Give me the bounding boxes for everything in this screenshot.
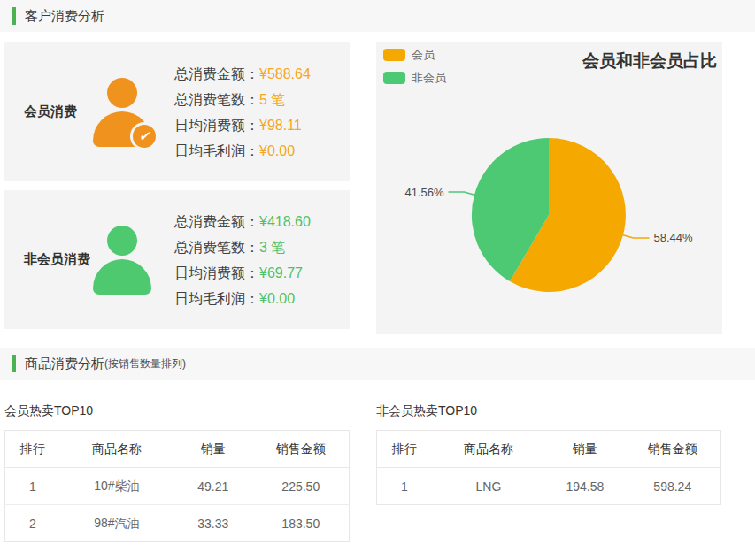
top10-tables-row: 会员热卖TOP10 排行 商品名称 销量 销售金额 1 10#柴油 49.21 (0, 393, 755, 542)
cell-rank: 2 (5, 505, 60, 542)
section-title-customer: 客户消费分析 (25, 8, 104, 25)
nonmember-top10-title: 非会员热卖TOP10 (376, 403, 721, 421)
cell-rank: 1 (377, 468, 432, 505)
cell-quantity: 33.33 (173, 505, 252, 542)
section-accent-bar (12, 355, 16, 372)
person-head-shape (107, 78, 137, 108)
header-amount: 销售金额 (625, 431, 721, 468)
table-row: 1 10#柴油 49.21 225.50 (5, 468, 350, 505)
member-consumption-card: 会员消费 ✔ 总消费金额：¥588.64 总消费笔数：5 笔 日均消费额：¥98… (4, 42, 350, 181)
chart-legend: 会员 非会员 (383, 47, 446, 93)
cell-quantity: 49.21 (173, 468, 252, 505)
nonmember-consumption-card: 非会员消费 总消费金额：¥418.60 总消费笔数：3 笔 日均消费额：¥69.… (4, 190, 350, 329)
pie-chart-panel: 58.44%41.56% 会员 非会员 会员和非会员占比 (376, 42, 722, 334)
legend-item-member[interactable]: 会员 (383, 47, 446, 63)
cell-product-name: LNG (432, 468, 545, 505)
top-row: 会员消费 ✔ 总消费金额：¥588.64 总消费笔数：5 笔 日均消费额：¥98… (0, 42, 755, 334)
header-quantity: 销量 (173, 431, 252, 468)
chart-title: 会员和非会员占比 (582, 50, 717, 73)
table-row: 1 LNG 194.58 598.24 (377, 468, 721, 505)
section-subtitle-product: (按销售数量排列) (104, 357, 186, 372)
person-body-shape (93, 259, 151, 295)
header-amount: 销售金额 (253, 431, 350, 468)
member-check-badge-icon: ✔ (130, 122, 158, 150)
cell-product-name: 98#汽油 (60, 505, 173, 542)
table-row: 2 98#汽油 33.33 183.50 (5, 505, 350, 542)
header-rank: 排行 (5, 431, 60, 468)
member-top10-table: 排行 商品名称 销量 销售金额 1 10#柴油 49.21 225.50 2 (4, 430, 350, 542)
section-header-customer: 客户消费分析 (0, 0, 755, 32)
cell-rank: 1 (5, 468, 60, 505)
stat-daily-avg: 日均消费额：¥69.77 (174, 260, 350, 286)
member-stats: 总消费金额：¥588.64 总消费笔数：5 笔 日均消费额：¥98.11 日均毛… (174, 61, 350, 164)
svg-text:41.56%: 41.56% (404, 186, 444, 199)
nonmember-stats: 总消费金额：¥418.60 总消费笔数：3 笔 日均消费额：¥69.77 日均毛… (174, 209, 350, 311)
stat-daily-profit: 日均毛利润：¥0.00 (174, 286, 350, 311)
header-product-name: 商品名称 (60, 431, 173, 468)
cell-amount: 183.50 (253, 505, 350, 542)
person-head-shape (107, 226, 137, 256)
nonmember-card-label: 非会员消费 (24, 251, 93, 268)
cell-amount: 225.50 (253, 468, 350, 505)
stat-total-count: 总消费笔数：3 笔 (174, 234, 350, 260)
header-product-name: 商品名称 (432, 431, 545, 468)
stat-total-amount: 总消费金额：¥418.60 (174, 209, 350, 234)
member-top10-title: 会员热卖TOP10 (4, 403, 350, 421)
cell-product-name: 10#柴油 (60, 468, 173, 505)
legend-item-nonmember[interactable]: 非会员 (383, 70, 446, 86)
member-person-icon: ✔ (93, 78, 151, 147)
svg-text:58.44%: 58.44% (654, 231, 694, 244)
consumption-cards: 会员消费 ✔ 总消费金额：¥588.64 总消费笔数：5 笔 日均消费额：¥98… (4, 42, 350, 334)
stat-total-amount: 总消费金额：¥588.64 (174, 61, 350, 87)
cell-amount: 598.24 (625, 468, 721, 505)
member-card-label: 会员消费 (24, 104, 93, 120)
section-header-product: 商品消费分析(按销售数量排列) (0, 348, 755, 380)
header-rank: 排行 (377, 431, 432, 468)
nonmember-top10-table: 排行 商品名称 销量 销售金额 1 LNG 194.58 598.24 (376, 430, 721, 505)
section-accent-bar (12, 7, 16, 25)
nonmember-top10-block: 非会员热卖TOP10 排行 商品名称 销量 销售金额 1 LNG 194.58 (376, 393, 721, 542)
nonmember-legend-swatch (383, 72, 405, 84)
stat-daily-profit: 日均毛利润：¥0.00 (174, 138, 350, 164)
stat-total-count: 总消费笔数：5 笔 (174, 87, 350, 112)
customer-analysis-page: 客户消费分析 会员消费 ✔ 总消费金额：¥588.64 总消费笔数：5 笔 日均… (0, 0, 755, 542)
member-top10-block: 会员热卖TOP10 排行 商品名称 销量 销售金额 1 10#柴油 49.21 (4, 393, 350, 542)
member-legend-swatch (383, 49, 405, 61)
stat-daily-avg: 日均消费额：¥98.11 (174, 112, 350, 138)
nonmember-person-icon (93, 226, 151, 295)
section-title-product: 商品消费分析 (25, 356, 104, 372)
cell-quantity: 194.58 (545, 468, 624, 505)
table-header-row: 排行 商品名称 销量 销售金额 (5, 431, 350, 468)
header-quantity: 销量 (545, 431, 624, 468)
table-header-row: 排行 商品名称 销量 销售金额 (377, 431, 721, 468)
